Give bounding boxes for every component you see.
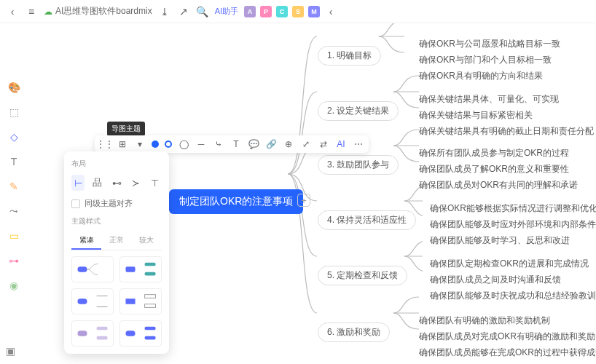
cloud-icon: ☁ [44,7,52,17]
svg-rect-2 [145,263,156,266]
chip-a[interactable]: A [244,6,256,17]
central-topic[interactable]: 制定团队OKR的注意事项 [169,189,303,214]
line-icon[interactable]: ─ [195,138,207,150]
theme-grid [71,256,162,347]
branch-icon[interactable]: ⤷ [213,138,224,150]
ai-badge[interactable]: AI助手 [215,6,238,17]
style-panel: 布局 ⊢ 品 ⊷ ≻ ⊤ 同级主题对齐 主题样式 紧凑 正常 较大 [64,151,169,354]
tab-large[interactable]: 较大 [132,232,162,250]
svg-rect-4 [77,298,87,304]
ai-icon[interactable]: AI [335,138,347,150]
search-icon[interactable]: 🔍 [196,5,209,18]
topbar-right: A P C S M ‹ [244,5,337,18]
branch-4[interactable]: 4. 保持灵活和适应性 [318,210,416,230]
leaf-5-1[interactable]: 确保团队定期检查OKR的进展和完成情况 [430,258,589,270]
chip-c[interactable]: C [276,6,288,17]
svg-rect-11 [97,327,108,331]
align-option[interactable]: 同级主题对齐 [71,198,162,209]
layout-logic[interactable]: ⊷ [110,175,123,191]
branch-6[interactable]: 6. 激励和奖励 [318,323,390,342]
menu-icon[interactable]: ≡ [25,5,38,18]
fill-color[interactable] [152,141,159,148]
svg-rect-15 [145,336,156,340]
svg-rect-14 [145,327,156,331]
svg-rect-10 [77,331,87,336]
theme-1[interactable] [71,256,114,282]
svg-rect-1 [125,266,135,272]
tab-normal[interactable]: 正常 [101,232,131,250]
leaf-4-3[interactable]: 确保团队能够及时学习、反思和改进 [430,234,570,247]
leaf-6-1[interactable]: 确保团队有明确的激励和奖励机制 [419,314,550,327]
tooltip: 导图主题 [107,122,145,136]
leaf-4-2[interactable]: 确保团队能够及时应对外部环境和内部条件的变化 [430,218,596,231]
share-icon[interactable]: ↗ [177,5,190,18]
chevron-down-icon[interactable]: ▾ [134,138,146,150]
context-toolbar: ⋮⋮ ⊞ ▾ ◯ ─ ⤷ T 💬 🔗 ⊕ ⤢ ⇄ AI ⋯ [95,135,369,153]
leaf-3-2[interactable]: 确保团队成员了解OKR的意义和重要性 [419,163,569,175]
layout-label: 布局 [71,159,162,169]
svg-rect-12 [97,336,108,340]
align-label: 同级主题对齐 [85,198,133,209]
layout-options: ⊢ 品 ⊷ ≻ ⊤ [71,175,162,191]
export-icon[interactable]: ⤓ [158,5,171,18]
branch-1[interactable]: 1. 明确目标 [318,46,381,66]
tab-compact[interactable]: 紧凑 [71,232,101,250]
layers-icon[interactable]: ▣ [6,345,19,358]
svg-rect-9 [145,304,156,308]
help-icon[interactable]: ⋯ [577,345,590,358]
leaf-1-3[interactable]: 确保OKR具有明确的方向和结果 [419,70,543,82]
leaf-2-2[interactable]: 确保关键结果与目标紧密相关 [419,109,533,122]
app-title: ☁ AI思维导图软件boardmix [44,5,152,17]
checkbox-icon[interactable] [71,199,80,208]
leaf-5-3[interactable]: 确保团队能够及时庆祝成功和总结经验教训 [430,290,596,302]
expand-icon[interactable]: ⤢ [300,138,312,150]
shuffle-icon[interactable]: ⇄ [318,138,329,150]
branch-3[interactable]: 3. 鼓励团队参与 [318,155,399,175]
theme-5[interactable] [71,320,114,347]
svg-rect-0 [77,266,87,272]
size-tabs: 紧凑 正常 较大 [71,232,162,250]
leaf-5-2[interactable]: 确保团队成员之间及时沟通和反馈 [430,274,561,286]
layout-icon[interactable]: ⊞ [117,138,128,150]
insert-icon[interactable]: ⊕ [283,138,294,150]
theme-2[interactable] [119,256,162,282]
leaf-3-3[interactable]: 确保团队成员对OKR有共同的理解和承诺 [419,179,578,191]
layout-org[interactable]: ⊤ [149,175,162,191]
leaf-1-1[interactable]: 确保OKR与公司愿景和战略目标一致 [419,38,560,50]
leaf-3-1[interactable]: 确保所有团队成员参与制定OKR的过程 [419,147,569,159]
chip-s[interactable]: S [292,6,304,17]
attachment-icon[interactable]: 🔗 [265,138,277,150]
leaf-1-2[interactable]: 确保OKR与部门和个人目标相一致 [419,54,552,66]
chevron-left-icon[interactable]: ‹ [324,5,337,18]
chip-m[interactable]: M [308,6,320,17]
leaf-2-3[interactable]: 确保关键结果具有明确的截止日期和责任分配 [419,125,594,138]
topbar: ‹ ≡ ☁ AI思维导图软件boardmix ⤓ ↗ 🔍 AI助手 A P C … [0,0,596,23]
svg-rect-13 [125,331,135,336]
add-node-button[interactable]: + [297,194,310,207]
svg-rect-8 [145,295,156,298]
bottom-bar: ▣ ⋯ [6,345,590,358]
svg-rect-3 [145,272,156,276]
theme-4[interactable] [119,288,162,314]
branch-5[interactable]: 5. 定期检查和反馈 [318,266,407,285]
layout-tree[interactable]: 品 [90,175,103,191]
leaf-4-1[interactable]: 确保OKR能够根据实际情况进行调整和优化 [430,202,596,215]
chip-p[interactable]: P [260,6,272,17]
theme-3[interactable] [71,288,114,314]
leaf-6-2[interactable]: 确保团队成员对完成OKR有明确的激励和奖励 [419,331,595,343]
text-style-icon[interactable]: T [230,138,242,150]
comment-icon[interactable]: 💬 [248,138,259,150]
leaf-2-1[interactable]: 确保关键结果具体、可量化、可实现 [419,93,559,106]
drag-handle-icon[interactable]: ⋮⋮ [99,138,111,150]
stroke-color[interactable] [165,141,172,148]
layout-fish[interactable]: ≻ [129,175,142,191]
more-icon[interactable]: ⋯ [353,138,364,150]
style-label: 主题样式 [71,216,162,226]
branch-2[interactable]: 2. 设定关键结果 [318,101,399,121]
theme-6[interactable] [119,320,162,347]
shape-oval-icon[interactable]: ◯ [178,138,189,150]
back-icon[interactable]: ‹ [6,5,19,18]
layout-right[interactable]: ⊢ [71,175,85,191]
svg-rect-7 [125,298,135,304]
title-text: AI思维导图软件boardmix [55,5,152,17]
